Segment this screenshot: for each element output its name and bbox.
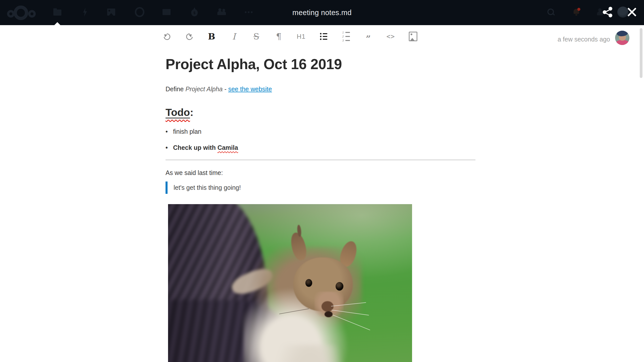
paragraph-icon: ¶ [276,32,281,41]
scrollbar-thumb[interactable] [640,28,642,78]
h1-icon: H1 [297,33,305,40]
header-search-button[interactable] [545,6,557,18]
ordered-list-icon: 1 2 3 [342,31,350,42]
heading-button[interactable]: H1 [295,30,307,42]
bell-icon [573,8,580,16]
bold-button[interactable]: B [206,30,218,42]
italic-icon: I [232,32,235,41]
ordered-list-button[interactable]: 1 2 3 [340,30,352,42]
horizontal-rule [166,159,475,160]
last-saved-status: a few seconds ago [558,36,610,43]
bullet-list-icon [320,33,327,40]
header-notifications-button[interactable] [571,6,583,18]
undo-button[interactable] [161,30,173,42]
intro-emphasis: Project Alpha [185,85,223,93]
body-paragraph: As we said last time: [166,169,475,176]
quote-icon: ” [366,34,371,43]
todo-colon: : [190,107,193,118]
intro-paragraph: Define Project Alpha - see the website [166,85,475,93]
redo-icon [186,33,192,39]
redo-button[interactable] [183,30,195,42]
strikethrough-button[interactable]: S [250,30,262,42]
bold-icon: B [208,32,215,41]
doc-heading-1: Project Alpha, Oct 16 2019 [166,56,475,72]
website-link[interactable]: see the website [228,85,272,93]
blockquote: let's get this thing going! [166,182,475,194]
intro-separator: - [223,85,228,93]
undo-icon [164,33,170,39]
session-avatar[interactable] [615,31,629,45]
strikethrough-icon: S [253,32,259,41]
todo-item-2: •Check up with Camila [166,144,475,151]
bullet-marker: • [166,144,173,151]
share-button[interactable] [602,7,613,18]
italic-button[interactable]: I [228,30,240,42]
embedded-image-squirrel[interactable] [168,204,412,362]
todo-word: Todo [166,107,190,118]
search-icon [547,8,555,16]
todo-item-1: •finish plan [166,128,475,135]
todo-item-2-misspelled: Camila [217,144,238,151]
intro-prefix: Define [166,85,185,93]
header-bar: $ meeting notes.md [0,0,644,25]
todo-heading: Todo: [166,107,193,118]
bullet-list-button[interactable] [317,30,330,42]
insert-image-button[interactable] [407,30,419,42]
todo-item-1-text: finish plan [173,128,202,135]
todo-item-2-text: Check up with [173,144,217,151]
image-icon [409,32,417,41]
blockquote-button[interactable]: ” [362,30,374,42]
code-button[interactable]: <> [385,30,397,42]
bullet-marker: • [166,128,173,135]
code-icon: <> [386,33,395,40]
paragraph-button[interactable]: ¶ [273,30,285,42]
notification-dot [577,8,580,11]
close-button[interactable] [627,7,637,17]
